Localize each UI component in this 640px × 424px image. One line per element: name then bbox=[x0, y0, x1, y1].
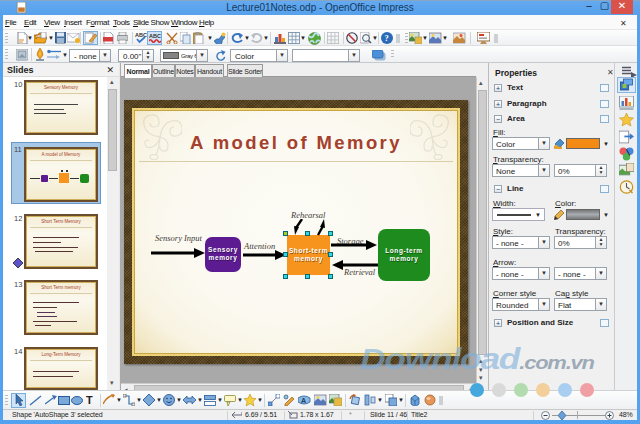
svg-text:A: A bbox=[301, 397, 306, 404]
svg-text:?: ? bbox=[384, 33, 388, 43]
svg-text:ABC: ABC bbox=[135, 32, 147, 38]
svg-text:ABC: ABC bbox=[149, 33, 161, 39]
